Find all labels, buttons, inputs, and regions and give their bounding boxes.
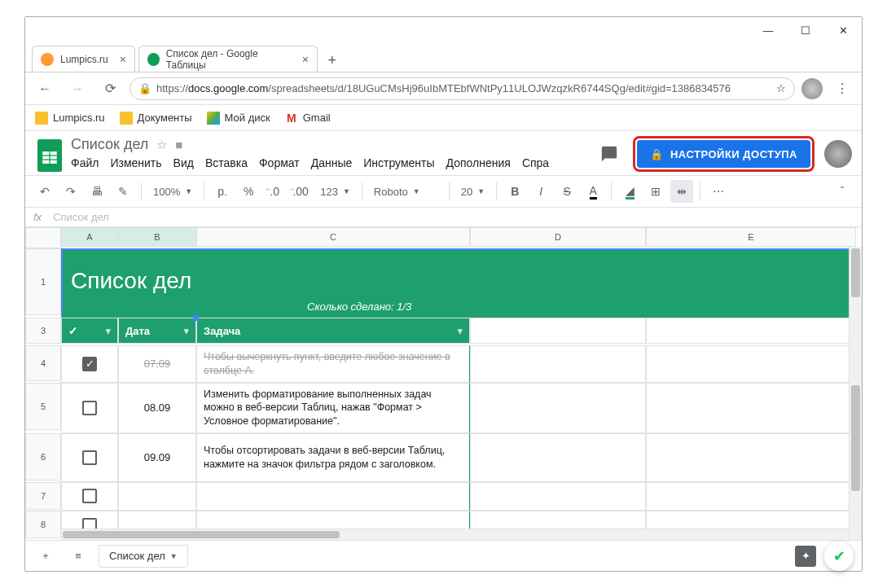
header-task[interactable]: Задача▾ xyxy=(196,318,470,344)
filter-icon[interactable]: ▾ xyxy=(184,326,189,336)
selection-handle[interactable] xyxy=(193,315,199,321)
reload-button[interactable]: ⟳ xyxy=(97,76,123,102)
cell-d6[interactable] xyxy=(470,433,646,482)
col-header-b[interactable]: B xyxy=(118,227,196,247)
menu-help[interactable]: Спра xyxy=(522,156,549,169)
shield-check-icon[interactable]: ✔ xyxy=(824,542,854,571)
profile-avatar[interactable] xyxy=(801,78,823,99)
collapse-toolbar-button[interactable]: ˆ xyxy=(831,180,854,203)
text-color-button[interactable]: A xyxy=(582,180,604,203)
menu-view[interactable]: Вид xyxy=(173,156,194,169)
menu-file[interactable]: Файл xyxy=(71,156,99,169)
star-icon[interactable]: ☆ xyxy=(776,82,786,94)
browser-tab-lumpics[interactable]: Lumpics.ru × xyxy=(32,46,135,72)
cell-d5[interactable] xyxy=(470,383,646,433)
date-cell[interactable] xyxy=(118,482,196,511)
menu-insert[interactable]: Вставка xyxy=(205,156,248,169)
increase-decimal-button[interactable]: .00→ xyxy=(289,180,312,203)
row-header-7[interactable]: 7 xyxy=(25,482,61,510)
account-avatar[interactable] xyxy=(824,140,852,168)
col-header-c[interactable]: C xyxy=(196,227,470,247)
more-toolbar-button[interactable]: ⋯ xyxy=(707,180,730,203)
scroll-thumb[interactable] xyxy=(63,531,340,538)
cell-e4[interactable] xyxy=(646,345,856,383)
cell-e5[interactable] xyxy=(646,383,856,433)
all-sheets-button[interactable]: ≡ xyxy=(66,544,90,568)
header-date[interactable]: Дата▾ xyxy=(118,318,196,344)
checkbox-cell[interactable] xyxy=(61,482,118,511)
decrease-decimal-button[interactable]: .0← xyxy=(263,180,286,203)
bookmark-documents[interactable]: Документы xyxy=(120,112,192,125)
scroll-thumb[interactable] xyxy=(851,248,860,297)
checkbox-cell[interactable] xyxy=(61,433,118,482)
checkbox-icon[interactable] xyxy=(82,401,97,415)
task-cell[interactable]: Изменить форматирование выполненных зада… xyxy=(196,383,470,433)
explore-button[interactable]: ✦ xyxy=(795,546,816,567)
menu-edit[interactable]: Изменить xyxy=(110,156,161,169)
percent-button[interactable]: % xyxy=(237,180,260,203)
forward-button[interactable]: → xyxy=(64,76,90,102)
menu-tools[interactable]: Инструменты xyxy=(363,156,434,169)
col-header-e[interactable]: E xyxy=(646,227,856,247)
zoom-dropdown[interactable]: 100%▼ xyxy=(148,180,197,203)
horizontal-scrollbar[interactable] xyxy=(61,529,849,540)
print-button[interactable]: 🖶 xyxy=(86,180,108,203)
scroll-thumb[interactable] xyxy=(851,385,860,491)
checkbox-cell[interactable]: ✓ xyxy=(61,345,118,383)
borders-button[interactable]: ⊞ xyxy=(644,180,667,203)
number-format-dropdown[interactable]: 123▼ xyxy=(315,180,355,203)
close-icon[interactable]: × xyxy=(302,53,309,66)
document-title[interactable]: Список дел xyxy=(71,136,148,153)
bold-button[interactable]: B xyxy=(503,180,526,203)
paint-format-button[interactable]: ✎ xyxy=(112,180,134,203)
font-dropdown[interactable]: Roboto▼ xyxy=(369,180,442,203)
folder-icon[interactable]: ■ xyxy=(175,138,182,151)
fill-color-button[interactable]: ◢ xyxy=(618,180,641,203)
comments-button[interactable] xyxy=(595,140,623,168)
date-cell[interactable]: 08.09 xyxy=(118,383,196,433)
font-size-dropdown[interactable]: 20▼ xyxy=(456,180,490,203)
filter-icon[interactable]: ▾ xyxy=(106,326,111,336)
select-all-corner[interactable] xyxy=(25,227,61,248)
task-cell[interactable]: Чтобы отсортировать задачи в веб-версии … xyxy=(196,433,470,482)
filter-icon[interactable]: ▾ xyxy=(458,326,463,336)
sheets-logo-icon[interactable] xyxy=(35,136,64,175)
menu-addons[interactable]: Дополнения xyxy=(446,156,511,169)
share-button[interactable]: 🔒 НАСТРОЙКИ ДОСТУПА xyxy=(637,140,810,168)
browser-tab-sheets[interactable]: Список дел - Google Таблицы × xyxy=(138,46,318,72)
cell-d7[interactable] xyxy=(470,482,646,511)
task-cell[interactable] xyxy=(196,482,470,511)
new-tab-button[interactable]: + xyxy=(321,49,344,72)
title-cell[interactable]: Список дел Сколько сделано: 1/3 xyxy=(61,248,856,318)
italic-button[interactable]: I xyxy=(529,180,552,203)
date-cell[interactable]: 07.09 xyxy=(118,345,196,383)
checkbox-icon[interactable] xyxy=(82,450,97,465)
minimize-button[interactable]: — xyxy=(749,17,787,43)
checkbox-cell[interactable] xyxy=(61,383,118,433)
row-header-1[interactable]: 1 xyxy=(25,248,61,315)
formula-bar[interactable]: fx Список дел xyxy=(25,208,862,227)
task-cell[interactable]: Чтобы вычеркнуть пункт, введите любое зн… xyxy=(196,345,470,383)
redo-button[interactable]: ↷ xyxy=(59,180,82,203)
maximize-button[interactable]: ☐ xyxy=(787,17,824,43)
col-header-a[interactable]: A xyxy=(61,227,118,247)
chevron-down-icon[interactable]: ▼ xyxy=(170,552,178,560)
merge-button[interactable]: ⇹ xyxy=(670,180,693,203)
checkbox-checked-icon[interactable]: ✓ xyxy=(82,357,97,371)
header-d[interactable] xyxy=(470,318,646,344)
strike-button[interactable]: S xyxy=(555,180,578,203)
add-sheet-button[interactable]: + xyxy=(33,544,58,568)
row-header-4[interactable]: 4 xyxy=(25,345,61,381)
back-button[interactable]: ← xyxy=(32,76,58,102)
checkbox-icon[interactable] xyxy=(82,489,97,503)
bookmark-lumpics[interactable]: Lumpics.ru xyxy=(35,112,105,125)
star-icon[interactable]: ☆ xyxy=(156,138,167,152)
header-e[interactable] xyxy=(646,318,856,344)
close-window-button[interactable]: ✕ xyxy=(824,17,862,43)
sheet-tab[interactable]: Список дел▼ xyxy=(99,545,188,568)
cell-e7[interactable] xyxy=(646,482,856,511)
row-header-5[interactable]: 5 xyxy=(25,383,61,430)
header-check[interactable]: ✓▾ xyxy=(61,318,118,344)
spreadsheet-grid[interactable]: A B C D E 1 Список дел Сколько сделано: … xyxy=(25,227,862,540)
cell-e6[interactable] xyxy=(646,433,856,482)
